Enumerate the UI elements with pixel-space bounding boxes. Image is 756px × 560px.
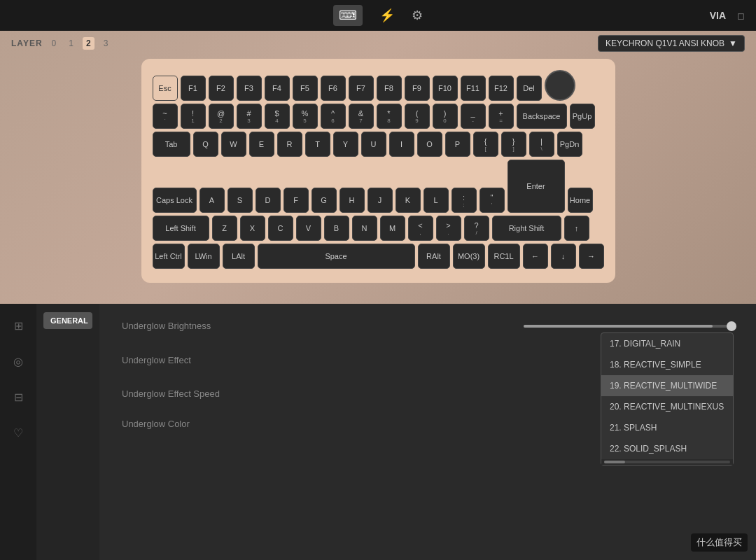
key-w[interactable]: W (221, 132, 246, 157)
key-down[interactable]: ↓ (551, 244, 576, 269)
key-f12[interactable]: F12 (489, 76, 514, 101)
dropdown-item-17[interactable]: 17. DIGITAL_RAIN (601, 333, 733, 354)
dropdown-item-18[interactable]: 18. REACTIVE_SIMPLE (601, 354, 733, 375)
key-f8[interactable]: F8 (377, 76, 402, 101)
key-r[interactable]: R (277, 132, 302, 157)
key-l[interactable]: L (424, 188, 449, 213)
key-c[interactable]: C (268, 216, 293, 241)
key-e[interactable]: E (249, 132, 274, 157)
key-q[interactable]: Q (193, 132, 218, 157)
key-5[interactable]: %5 (293, 104, 318, 129)
key-lbracket[interactable]: {[ (473, 132, 498, 157)
key-lwin[interactable]: LWin (188, 244, 220, 269)
key-rc1l[interactable]: RC1L (488, 244, 520, 269)
dropdown-item-22[interactable]: 22. SOLID_SPLASH (601, 438, 733, 459)
layer-1[interactable]: 1 (65, 37, 77, 50)
key-3[interactable]: #3 (237, 104, 262, 129)
key-k[interactable]: K (396, 188, 421, 213)
key-ralt[interactable]: RAlt (418, 244, 450, 269)
sidebar-icon-info[interactable]: ♡ (9, 422, 27, 444)
key-6[interactable]: ^6 (321, 104, 346, 129)
key-capslock[interactable]: Caps Lock (153, 188, 197, 213)
key-x[interactable]: X (240, 216, 265, 241)
key-1[interactable]: !1 (181, 104, 206, 129)
key-pgdn[interactable]: PgDn (557, 132, 582, 157)
window-icon[interactable]: ◻ (737, 10, 745, 21)
key-z[interactable]: Z (212, 216, 237, 241)
key-2[interactable]: @2 (209, 104, 234, 129)
key-lalt[interactable]: LAlt (223, 244, 255, 269)
key-slash[interactable]: ?/ (464, 216, 489, 241)
key-g[interactable]: G (312, 188, 337, 213)
key-u[interactable]: U (361, 132, 386, 157)
key-m[interactable]: M (380, 216, 405, 241)
dropdown-item-21[interactable]: 21. SPLASH (601, 417, 733, 438)
key-9[interactable]: (9 (405, 104, 430, 129)
key-f1[interactable]: F1 (181, 76, 206, 101)
key-t[interactable]: T (305, 132, 330, 157)
lighting-icon[interactable]: ⚡ (379, 8, 395, 23)
key-0[interactable]: )0 (433, 104, 458, 129)
key-4[interactable]: $4 (265, 104, 290, 129)
key-f10[interactable]: F10 (433, 76, 458, 101)
key-home[interactable]: Home (568, 188, 593, 213)
key-equals[interactable]: += (489, 104, 514, 129)
key-o[interactable]: O (417, 132, 442, 157)
key-mo3[interactable]: MO(3) (453, 244, 485, 269)
key-minus[interactable]: _- (461, 104, 486, 129)
key-b[interactable]: B (324, 216, 349, 241)
key-lshift[interactable]: Left Shift (153, 216, 209, 241)
key-space[interactable]: Space (258, 244, 415, 269)
key-backslash[interactable]: |\ (529, 132, 554, 157)
key-h[interactable]: H (340, 188, 365, 213)
settings-icon[interactable]: ⚙ (412, 8, 423, 23)
key-f6[interactable]: F6 (321, 76, 346, 101)
key-pgup[interactable]: PgUp (570, 104, 595, 129)
sidebar-icon-keyboard[interactable]: ⊞ (10, 315, 27, 337)
key-enter[interactable]: Enter (507, 160, 565, 213)
key-f3[interactable]: F3 (237, 76, 262, 101)
key-rbracket[interactable]: }] (501, 132, 526, 157)
keyboard-icon[interactable]: ⌨ (333, 5, 363, 26)
key-f[interactable]: F (284, 188, 309, 213)
key-f7[interactable]: F7 (349, 76, 374, 101)
key-comma[interactable]: <, (408, 216, 433, 241)
key-knob[interactable] (545, 70, 575, 101)
key-v[interactable]: V (296, 216, 321, 241)
dropdown-item-20[interactable]: 20. REACTIVE_MULTINEXUS (601, 396, 733, 417)
key-rshift[interactable]: Right Shift (492, 216, 561, 241)
key-s[interactable]: S (227, 188, 253, 213)
dropdown-bottom-track[interactable] (604, 461, 730, 463)
sidebar-icon-save[interactable]: ⊟ (10, 386, 27, 408)
key-left[interactable]: ← (523, 244, 548, 269)
key-j[interactable]: J (368, 188, 393, 213)
key-lctrl[interactable]: Left Ctrl (153, 244, 185, 269)
key-period[interactable]: >. (436, 216, 461, 241)
key-y[interactable]: Y (333, 132, 358, 157)
key-f9[interactable]: F9 (405, 76, 430, 101)
key-quote[interactable]: "' (479, 188, 505, 213)
key-semicolon[interactable]: :; (451, 188, 477, 213)
key-esc[interactable]: Esc (153, 76, 178, 101)
slider-thumb[interactable] (727, 321, 736, 331)
key-n[interactable]: N (352, 216, 377, 241)
key-f5[interactable]: F5 (293, 76, 318, 101)
key-tab[interactable]: Tab (153, 132, 190, 157)
keyboard-selector[interactable]: KEYCHRON Q1V1 ANSI KNOB ▼ (598, 35, 745, 52)
layer-0[interactable]: 0 (48, 37, 60, 50)
key-f4[interactable]: F4 (265, 76, 290, 101)
sidebar-icon-lighting[interactable]: ◎ (9, 351, 27, 372)
key-a[interactable]: A (200, 188, 225, 213)
general-button[interactable]: GENERAL (43, 312, 92, 329)
key-7[interactable]: &7 (349, 104, 374, 129)
layer-3[interactable]: 3 (100, 37, 112, 50)
key-f2[interactable]: F2 (209, 76, 234, 101)
key-right[interactable]: → (579, 244, 604, 269)
layer-2[interactable]: 2 (83, 37, 94, 50)
brightness-slider[interactable] (524, 325, 734, 328)
key-up[interactable]: ↑ (564, 216, 589, 241)
key-p[interactable]: P (445, 132, 470, 157)
key-i[interactable]: I (389, 132, 414, 157)
key-8[interactable]: *8 (377, 104, 402, 129)
key-del[interactable]: Del (517, 76, 542, 101)
